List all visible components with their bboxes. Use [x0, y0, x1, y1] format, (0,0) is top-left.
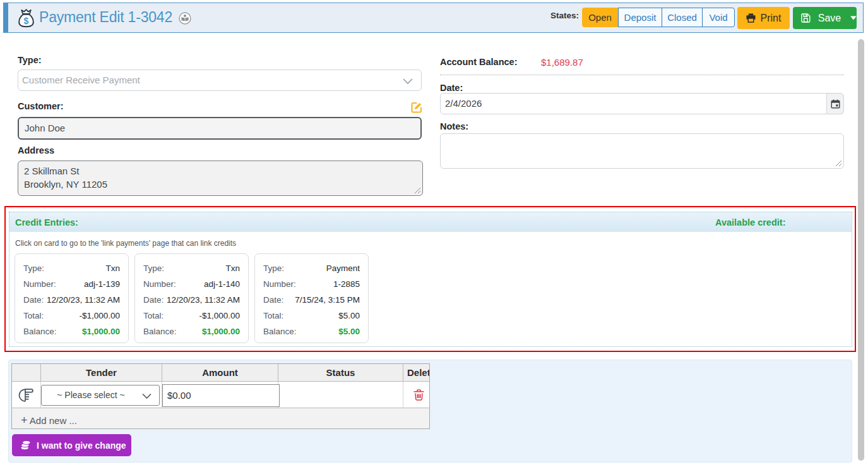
- svg-text:$: $: [24, 16, 29, 26]
